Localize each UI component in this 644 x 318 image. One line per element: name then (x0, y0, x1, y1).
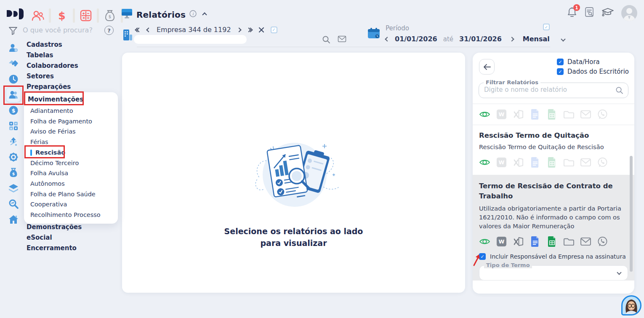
svg-text:$: $ (12, 171, 15, 176)
finance-module-icon[interactable]: $ (53, 8, 70, 24)
menu-item-preparacoes[interactable]: Preparações (27, 82, 78, 92)
notifications-bell-icon[interactable]: 1 (567, 7, 577, 19)
first-company-icon[interactable] (136, 28, 141, 32)
support-chat-avatar[interactable] (621, 295, 641, 315)
company-name-pill[interactable] (134, 35, 247, 44)
email-report-icon[interactable] (580, 157, 591, 168)
office-data-checkbox[interactable]: ✓ (557, 68, 564, 75)
datetime-checkbox[interactable]: ✓ (557, 59, 564, 65)
next-period-icon[interactable] (509, 37, 514, 41)
menu-item-setores[interactable]: Setores (27, 71, 78, 82)
annotation-arrow (472, 253, 482, 267)
main-menu: Cadastros Tabelas Colaboradores Setores … (27, 40, 78, 92)
submenu-item-folha-avulsa[interactable]: Folha Avulsa (30, 168, 118, 179)
rail-partners-icon[interactable] (6, 56, 21, 71)
word-export-icon[interactable] (496, 109, 507, 120)
submenu-item-decimo-terceiro[interactable]: Décimo Terceiro (30, 158, 118, 168)
prev-period-icon[interactable] (385, 37, 389, 41)
global-search-input[interactable] (23, 26, 98, 34)
people-module-icon[interactable] (29, 8, 46, 24)
submenu-item-folha-de-plano-saude[interactable]: Folha de Plano Saúde (30, 189, 118, 200)
menu-item-demonstracoes[interactable]: Demonstrações (27, 222, 82, 232)
rail-funds-icon[interactable]: $ (6, 165, 21, 180)
whatsapp-report-icon[interactable] (597, 109, 608, 120)
report-row-quitacao[interactable]: Rescisão Termo de Quitação Rescisão Term… (473, 125, 634, 175)
menu-item-tabelas[interactable]: Tabelas (27, 50, 78, 61)
submenu-item-cooperativa[interactable]: Cooperativa (30, 199, 118, 210)
info-icon[interactable]: i (189, 10, 197, 19)
term-type-label: Tipo de Termo (484, 262, 532, 268)
email-report-icon[interactable] (580, 109, 591, 120)
submenu-item-folha-de-pagamento[interactable]: Folha de Pagamento (30, 116, 118, 127)
period-checkbox[interactable]: ✓ (543, 24, 550, 30)
rail-calculations-icon[interactable] (6, 118, 21, 134)
submenu-item-recolhimento-processo[interactable]: Recolhimento Processo (30, 210, 118, 220)
period-mode-select[interactable]: Mensal (523, 35, 550, 43)
prev-company-icon[interactable] (146, 27, 151, 32)
preview-eye-icon[interactable] (479, 236, 490, 247)
google-docs-icon[interactable] (530, 109, 541, 120)
learning-cap-icon[interactable] (601, 7, 614, 19)
term-type-select[interactable]: Tipo de Termo (479, 265, 628, 281)
period-end-date[interactable]: 31/01/2026 (459, 35, 502, 43)
audit-log-icon[interactable] (584, 7, 594, 19)
collapse-header-icon[interactable] (202, 12, 207, 17)
email-report-icon[interactable] (580, 236, 591, 247)
word-export-icon[interactable] (496, 157, 507, 168)
report-description: Rescisão Termo de Quitação de Rescisão (479, 142, 628, 151)
menu-item-esocial[interactable]: eSocial (27, 232, 82, 243)
google-sheets-icon[interactable] (546, 236, 558, 247)
last-company-icon[interactable] (247, 28, 252, 32)
report-row-partial[interactable] (473, 104, 634, 125)
excel-export-icon[interactable] (513, 236, 524, 247)
back-button[interactable] (479, 59, 495, 75)
word-export-icon[interactable] (496, 236, 507, 247)
submenu-item-aviso-de-ferias[interactable]: Aviso de Férias (30, 126, 118, 137)
rail-charges-icon[interactable] (6, 134, 21, 149)
submenu-item-autonomos[interactable]: Autônomos (30, 179, 118, 189)
filter-search-icon[interactable] (615, 86, 623, 96)
next-company-icon[interactable] (237, 27, 241, 32)
menu-item-cadastros[interactable]: Cadastros (27, 40, 78, 50)
google-sheets-icon[interactable] (546, 109, 558, 120)
preview-eye-icon[interactable] (479, 109, 490, 120)
folder-export-icon[interactable] (563, 109, 575, 120)
google-sheets-icon[interactable] (546, 157, 558, 168)
menu-item-encerramento[interactable]: Encerramento (27, 243, 82, 254)
help-icon[interactable]: ? (104, 26, 114, 35)
period-start-date[interactable]: 01/01/2026 (395, 35, 437, 43)
rail-settings-icon[interactable] (6, 150, 21, 165)
rail-audit-search-icon[interactable] (6, 196, 21, 211)
report-row-termo-selected[interactable]: Termo de Rescisão de Contrato de Trabalh… (473, 175, 634, 281)
folder-export-icon[interactable] (563, 157, 575, 168)
company-mail-icon[interactable] (338, 35, 346, 45)
submenu-item-adiantamento[interactable]: Adiantamento (30, 106, 118, 116)
page-title: Relatórios (136, 10, 186, 20)
company-filter-checkbox[interactable]: ✓ (271, 27, 277, 33)
rail-registrations-icon[interactable] (6, 40, 21, 56)
whatsapp-report-icon[interactable] (597, 157, 608, 168)
filter-funnel-icon[interactable] (8, 26, 18, 37)
preview-eye-icon[interactable] (479, 157, 490, 168)
panel-scrollbar[interactable] (630, 156, 633, 272)
folder-export-icon[interactable] (563, 236, 575, 247)
excel-export-icon[interactable] (513, 157, 524, 168)
google-docs-icon[interactable] (530, 236, 541, 247)
company-search-icon[interactable] (322, 35, 330, 45)
rail-payments-icon[interactable]: $ (6, 103, 21, 118)
google-docs-icon[interactable] (530, 157, 541, 168)
rail-layers-icon[interactable] (6, 181, 21, 196)
brand-logo-icon (6, 7, 24, 24)
whatsapp-report-icon[interactable] (597, 236, 608, 247)
rail-home-icon[interactable] (6, 212, 21, 227)
money-bag-module-icon[interactable]: $ (101, 8, 118, 24)
user-avatar[interactable] (621, 5, 637, 21)
calculator-module-icon[interactable] (77, 8, 94, 24)
menu-item-colaboradores[interactable]: Colaboradores (27, 61, 78, 71)
report-filter-input[interactable] (484, 86, 610, 94)
header-divider (137, 47, 550, 47)
period-mode-chevron-icon[interactable] (561, 37, 565, 41)
rail-time-icon[interactable] (6, 72, 21, 87)
excel-export-icon[interactable] (513, 109, 524, 120)
clear-company-icon[interactable] (258, 27, 264, 33)
